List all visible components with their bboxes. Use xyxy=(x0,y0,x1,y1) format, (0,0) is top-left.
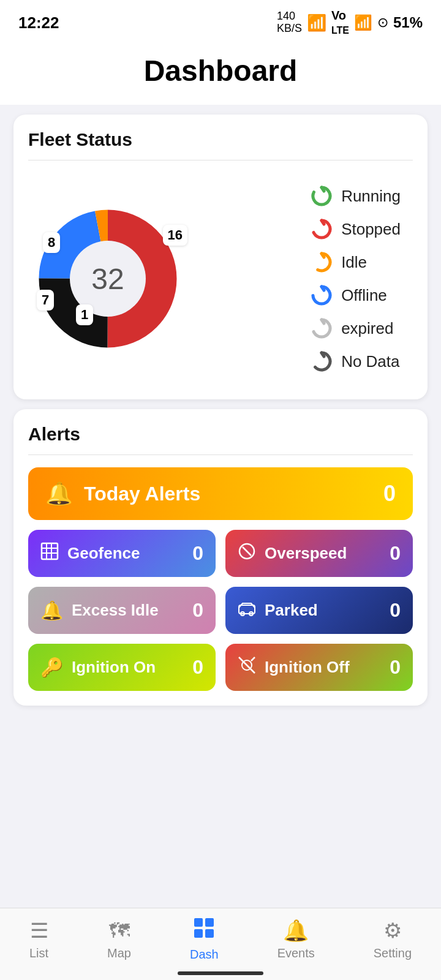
legend-nodata-label: No Data xyxy=(341,352,399,371)
excess-idle-count: 0 xyxy=(192,599,203,622)
signal-icon: 📶 xyxy=(354,14,372,31)
bottom-nav: ☰ List 🗺 Map Dash 🔔 Events ⚙ Setting xyxy=(0,908,441,980)
parked-label: Parked xyxy=(265,601,318,620)
excess-idle-icon: 🔔 xyxy=(40,600,63,621)
map-icon: 🗺 xyxy=(109,919,130,943)
dash-icon xyxy=(193,917,215,944)
seg-label-orange: 1 xyxy=(76,304,93,325)
events-icon: 🔔 xyxy=(283,918,309,943)
excess-idle-label: Excess Idle xyxy=(72,601,159,620)
geofence-label: Geofence xyxy=(67,544,140,563)
alerts-row-1: Geofence 0 Overspeed 0 xyxy=(28,530,413,577)
nav-dash-label: Dash xyxy=(190,948,219,962)
geofence-button[interactable]: Geofence 0 xyxy=(28,530,216,577)
legend-nodata: No Data xyxy=(311,350,401,372)
geofence-count: 0 xyxy=(192,542,203,565)
fleet-legend: Running Stopped Idle xyxy=(311,185,407,372)
idle-icon xyxy=(311,251,333,273)
nav-map[interactable]: 🗺 Map xyxy=(107,919,131,960)
status-bar: 12:22 140KB/S 📶 VoLTE 📶 ⊙ 51% xyxy=(0,0,441,42)
ignition-on-icon: 🔑 xyxy=(40,657,63,678)
ignition-on-left: 🔑 Ignition On xyxy=(40,657,156,678)
fleet-status-title: Fleet Status xyxy=(28,129,413,150)
nav-map-label: Map xyxy=(107,946,131,960)
overspeed-button[interactable]: Overspeed 0 xyxy=(225,530,413,577)
nav-list[interactable]: ☰ List xyxy=(29,918,48,960)
alerts-row-2: 🔔 Excess Idle 0 Parked xyxy=(28,587,413,634)
battery-percent: 51% xyxy=(393,14,423,31)
legend-idle: Idle xyxy=(311,251,401,273)
legend-expired-label: expired xyxy=(341,319,393,338)
seg-label-red: 16 xyxy=(163,225,187,246)
legend-stopped-label: Stopped xyxy=(341,220,401,239)
running-icon xyxy=(311,185,333,207)
page-header: Dashboard xyxy=(0,42,441,105)
nav-dash[interactable]: Dash xyxy=(190,917,219,962)
ignition-on-button[interactable]: 🔑 Ignition On 0 xyxy=(28,644,216,691)
nav-setting-label: Setting xyxy=(374,946,412,960)
overspeed-count: 0 xyxy=(390,542,401,565)
today-alerts-button[interactable]: 🔔 Today Alerts 0 xyxy=(28,467,413,520)
legend-expired: expired xyxy=(311,317,401,339)
geofence-left: Geofence xyxy=(40,542,140,565)
stopped-icon xyxy=(311,218,333,240)
donut-total: 32 xyxy=(91,262,124,296)
ignition-off-icon xyxy=(238,656,256,679)
ignition-off-label: Ignition Off xyxy=(265,658,350,677)
kb-indicator: 140KB/S xyxy=(277,10,302,35)
ignition-on-count: 0 xyxy=(192,656,203,679)
ignition-off-left: Ignition Off xyxy=(238,656,350,679)
fleet-content: 32 16 8 7 1 Running Stopped xyxy=(28,173,413,385)
offline-icon xyxy=(311,284,333,306)
ignition-off-button[interactable]: Ignition Off 0 xyxy=(225,644,413,691)
nav-list-label: List xyxy=(29,946,48,960)
alerts-card: Alerts 🔔 Today Alerts 0 xyxy=(13,409,428,706)
svg-rect-15 xyxy=(194,929,203,938)
status-time: 12:22 xyxy=(18,13,59,32)
seg-label-blue: 7 xyxy=(37,290,54,311)
page-title: Dashboard xyxy=(0,54,441,88)
parked-button[interactable]: Parked 0 xyxy=(225,587,413,634)
excess-idle-button[interactable]: 🔔 Excess Idle 0 xyxy=(28,587,216,634)
wifi-icon: 📶 xyxy=(307,13,326,32)
list-icon: ☰ xyxy=(30,918,48,943)
parked-count: 0 xyxy=(390,599,401,622)
nav-events[interactable]: 🔔 Events xyxy=(277,918,315,960)
svg-rect-13 xyxy=(194,918,203,927)
nodata-icon xyxy=(311,350,333,372)
overspeed-icon xyxy=(238,542,256,565)
legend-offline-label: Offline xyxy=(341,286,387,305)
seg-label-black: 8 xyxy=(43,232,60,253)
legend-running-label: Running xyxy=(341,187,401,206)
setting-icon: ⚙ xyxy=(383,918,402,943)
today-alerts-left: 🔔 Today Alerts xyxy=(45,481,200,507)
battery-icon: ⊙ xyxy=(377,15,388,31)
legend-running: Running xyxy=(311,185,401,207)
ignition-off-count: 0 xyxy=(390,656,401,679)
home-indicator xyxy=(178,971,263,975)
parked-icon xyxy=(238,599,256,622)
donut-chart: 32 16 8 7 1 xyxy=(34,205,181,352)
alerts-grid: 🔔 Today Alerts 0 xyxy=(28,467,413,691)
today-alerts-count: 0 xyxy=(383,481,396,507)
overspeed-left: Overspeed xyxy=(238,542,347,565)
today-alerts-label: Today Alerts xyxy=(84,483,200,505)
expired-icon xyxy=(311,317,333,339)
nav-setting[interactable]: ⚙ Setting xyxy=(374,918,412,960)
overspeed-label: Overspeed xyxy=(265,544,347,563)
fleet-divider xyxy=(28,160,413,160)
svg-line-6 xyxy=(243,547,251,556)
geofence-icon xyxy=(40,542,59,565)
excess-idle-left: 🔔 Excess Idle xyxy=(40,600,159,621)
parked-left: Parked xyxy=(238,599,318,622)
ignition-on-label: Ignition On xyxy=(72,658,156,677)
bottom-spacer xyxy=(0,715,441,789)
status-icons: 140KB/S 📶 VoLTE 📶 ⊙ 51% xyxy=(277,9,423,37)
legend-stopped: Stopped xyxy=(311,218,401,240)
alerts-divider xyxy=(28,454,413,455)
legend-offline: Offline xyxy=(311,284,401,306)
today-alerts-icon: 🔔 xyxy=(45,481,73,507)
svg-line-11 xyxy=(251,657,255,661)
nav-events-label: Events xyxy=(277,946,315,960)
legend-idle-label: Idle xyxy=(341,253,367,272)
